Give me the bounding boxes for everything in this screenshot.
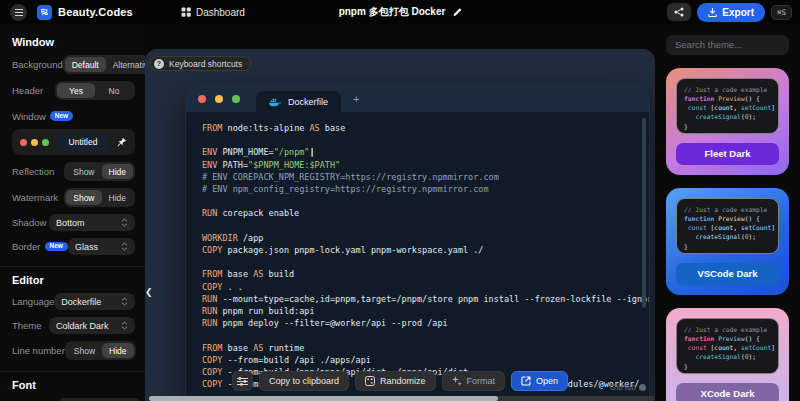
menu-button[interactable]	[10, 4, 27, 21]
background-label: Background	[12, 59, 63, 70]
traffic-red-dot[interactable]	[20, 139, 27, 146]
minimize-dot-icon[interactable]	[215, 95, 223, 103]
shadow-select[interactable]: Bottom	[49, 214, 135, 231]
theme-card-vscode-dark[interactable]: // Just a code examplefunction Preview()…	[666, 188, 789, 295]
main-body: Window Background Default Alternative He…	[0, 24, 800, 401]
settings-sliders-button[interactable]	[232, 371, 253, 391]
window-preview-control	[12, 129, 135, 155]
randomize-label: Randomize	[380, 376, 426, 386]
divider	[0, 371, 145, 372]
watermark-option-show[interactable]: Show	[66, 190, 101, 205]
new-badge: New	[50, 111, 73, 121]
theme-preview-code: // Just a code examplefunction Preview()…	[676, 198, 779, 254]
pencil-icon	[452, 8, 461, 17]
tab-dockerfile[interactable]: Dockerfile	[256, 91, 341, 112]
border-value: Glass	[75, 242, 98, 252]
line-number-label: Line number	[12, 345, 65, 356]
dashboard-label: Dashboard	[196, 7, 245, 18]
horizontal-scrollbar-thumb[interactable]	[149, 396, 498, 401]
background-option-alternative[interactable]: Alternative	[106, 57, 145, 72]
settings-sidebar: Window Background Default Alternative He…	[0, 24, 145, 401]
background-segmented-control: Default Alternative	[63, 55, 145, 74]
external-link-icon	[521, 376, 531, 386]
divider	[0, 266, 145, 267]
format-button[interactable]: Format	[442, 371, 506, 391]
theme-label: Theme	[12, 320, 42, 331]
watermark-segmented-control: Show Hide	[64, 188, 135, 207]
theme-button-xcode-dark[interactable]: XCode Dark	[676, 383, 779, 401]
github-label: GitHub	[610, 382, 636, 392]
topbar-actions: Export ⌘S	[667, 3, 792, 22]
border-select[interactable]: Glass	[68, 238, 135, 255]
pin-button[interactable]	[117, 137, 127, 147]
reflection-option-show[interactable]: Show	[66, 164, 101, 179]
section-title-window: Window	[12, 36, 133, 48]
header-segmented-control: Yes No	[55, 81, 135, 100]
close-dot-icon[interactable]	[198, 95, 206, 103]
code-window: Dockerfile + FROM node:lts-alpine AS bas…	[185, 85, 650, 401]
line-number-option-show[interactable]: Show	[67, 343, 102, 358]
header-option-no[interactable]: No	[95, 83, 133, 98]
language-select[interactable]: Dockerfile	[54, 293, 135, 310]
traffic-green-dot[interactable]	[42, 139, 49, 146]
dice-icon	[365, 376, 375, 386]
export-shortcut-hint: ⌘S	[771, 5, 792, 20]
question-icon: ?	[154, 59, 164, 69]
randomize-button[interactable]: Randomize	[355, 371, 436, 391]
theme-value: Coldark Dark	[56, 321, 109, 331]
share-icon	[674, 7, 684, 17]
keyboard-shortcuts-button[interactable]: ? Keyboard shortcuts	[150, 56, 251, 71]
reflection-option-hide[interactable]: Hide	[102, 164, 133, 179]
theme-card-fleet-dark[interactable]: // Just a code examplefunction Preview()…	[666, 68, 789, 175]
open-label: Open	[536, 376, 558, 386]
theme-preview-code: // Just a code examplefunction Preview()…	[676, 318, 779, 374]
new-tab-button[interactable]: +	[353, 86, 359, 112]
format-label: Format	[467, 376, 496, 386]
download-icon	[708, 8, 717, 17]
tab-label: Dockerfile	[288, 97, 328, 107]
watermark-option-hide[interactable]: Hide	[102, 190, 133, 205]
window-label-text: Window	[12, 111, 46, 122]
border-label-text: Border	[12, 241, 41, 252]
dashboard-button[interactable]: Dashboard	[181, 7, 245, 18]
brand-name: Beauty.Codes	[58, 6, 133, 18]
theme-card-xcode-dark[interactable]: // Just a code examplefunction Preview()…	[666, 308, 789, 401]
export-button[interactable]: Export	[697, 3, 765, 22]
language-label: Language	[12, 296, 54, 307]
document-title-wrap: pnpm 多包打包 Docker	[339, 5, 462, 19]
theme-button-fleet-dark[interactable]: Fleet Dark	[676, 143, 779, 165]
section-title-editor: Editor	[12, 274, 133, 286]
language-value: Dockerfile	[61, 297, 101, 307]
window-title-input[interactable]	[57, 134, 109, 151]
theme-preview-code: // Just a code examplefunction Preview()…	[676, 78, 779, 134]
setting-row-window: Window New	[12, 110, 135, 122]
traffic-lights	[198, 86, 240, 112]
setting-row-shadow: Shadow Bottom	[12, 214, 135, 231]
open-button[interactable]: Open	[511, 371, 568, 391]
chevron-updown-icon	[121, 321, 128, 330]
new-badge: New	[45, 242, 68, 252]
floating-toolbar: Copy to clipboard Randomize Format Open	[232, 371, 568, 391]
sidebar-collapse-handle[interactable]: ❮	[145, 287, 151, 298]
chevron-updown-icon	[121, 297, 128, 306]
line-number-option-hide[interactable]: Hide	[102, 343, 133, 358]
copy-to-clipboard-button[interactable]: Copy to clipboard	[259, 371, 349, 391]
theme-button-vscode-dark[interactable]: VSCode Dark	[676, 263, 779, 285]
keyboard-shortcuts-label: Keyboard shortcuts	[169, 59, 242, 69]
share-button[interactable]	[667, 3, 691, 21]
section-title-font: Font	[12, 379, 133, 391]
setting-row-background: Background Default Alternative	[12, 55, 135, 74]
github-icon	[639, 384, 646, 391]
edit-title-button[interactable]	[452, 8, 461, 17]
code-editor[interactable]: FROM node:lts-alpine AS base ENV PNPM_HO…	[186, 112, 649, 390]
background-option-default[interactable]: Default	[65, 57, 106, 72]
maximize-dot-icon[interactable]	[232, 95, 240, 103]
horizontal-scrollbar-track[interactable]	[149, 396, 655, 401]
page-title: pnpm 多包打包 Docker	[339, 5, 446, 19]
traffic-yellow-dot[interactable]	[31, 139, 38, 146]
vertical-scrollbar[interactable]	[642, 118, 646, 308]
search-theme-input[interactable]	[666, 35, 789, 55]
theme-select[interactable]: Coldark Dark	[49, 317, 135, 334]
brand[interactable]: Beauty.Codes	[37, 5, 133, 20]
header-option-yes[interactable]: Yes	[57, 83, 95, 98]
